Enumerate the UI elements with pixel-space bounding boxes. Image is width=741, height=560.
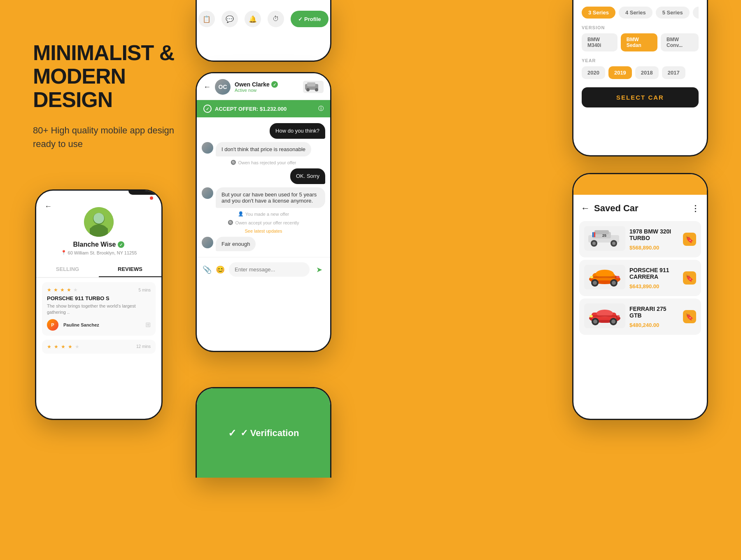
chat-back-button[interactable]: ← xyxy=(203,83,211,91)
star2-4: ★ xyxy=(68,344,74,350)
profile-tabs: SELLING REVIEWS xyxy=(36,262,161,278)
saved-car-back-button[interactable]: ← xyxy=(581,203,590,214)
svg-rect-4 xyxy=(90,228,108,237)
car-porsche-name: PORSCHE 911 CARRERA xyxy=(629,267,679,280)
svg-point-38 xyxy=(593,320,597,324)
car-porsche-price: $643,890.00 xyxy=(629,283,679,289)
message-4: But your car have been used for 5 years … xyxy=(216,187,325,208)
star2-1: ★ xyxy=(47,344,53,350)
profile-name: Blanche Wise ✓ xyxy=(73,241,125,248)
version-m340i[interactable]: BMW M340i xyxy=(582,33,618,51)
star2-3: ★ xyxy=(61,344,67,350)
svg-point-19 xyxy=(612,242,615,245)
year-2018[interactable]: 2018 xyxy=(635,66,659,79)
nav-chat-icon[interactable]: 💬 xyxy=(221,11,238,27)
tab-selling[interactable]: SELLING xyxy=(36,262,99,277)
car-card-ferrari[interactable]: FERRARI 275 GTB $480,240.00 🔖 xyxy=(579,299,701,335)
verified-badge: ✓ xyxy=(118,241,124,248)
bottom-nav: 📋 💬 🔔 ⏱ ✓ Profile xyxy=(198,11,328,27)
select-car-button[interactable]: SELECT CAR xyxy=(582,87,699,107)
chat-user-avatar: OC xyxy=(215,79,231,95)
series-3[interactable]: 3 Series xyxy=(582,7,615,19)
message-1: How do you think? xyxy=(270,123,325,139)
new-offer-icon: 👤 xyxy=(238,211,244,217)
review-card-2-stars: ★ ★ ★ ★ ★ 12 mins xyxy=(42,340,156,354)
saved-car-header-bg xyxy=(573,174,707,195)
svg-point-31 xyxy=(616,276,620,278)
chat-user-info: Owen Clarke ✓ Active now xyxy=(235,81,299,93)
emoji-icon[interactable]: 😊 xyxy=(216,265,225,274)
series-7[interactable]: 7 S xyxy=(693,7,699,19)
star-1: ★ xyxy=(47,287,53,293)
reviewer-name: Pauline Sanchez xyxy=(63,322,99,327)
bookmark-porsche[interactable]: 🔖 xyxy=(683,271,696,285)
chat-verified-badge: ✓ xyxy=(271,81,278,88)
year-2017[interactable]: 2017 xyxy=(662,66,685,79)
svg-point-41 xyxy=(590,315,593,317)
message-4-row: But your car have been used for 5 years … xyxy=(202,187,325,208)
svg-point-40 xyxy=(611,320,615,324)
review-car-title: PORSCHE 911 TURBO S xyxy=(47,295,151,301)
message-2: I don't think that price is reasonable xyxy=(216,142,311,156)
back-button[interactable]: ← xyxy=(44,202,52,211)
send-button[interactable]: ➤ xyxy=(314,263,324,276)
nav-timer-icon[interactable]: ⏱ xyxy=(268,11,284,27)
svg-point-17 xyxy=(592,242,596,245)
bookmark-bmw[interactable]: 🔖 xyxy=(683,233,696,246)
notification-dot xyxy=(150,196,153,200)
star-4: ★ xyxy=(67,287,72,293)
series-5[interactable]: 5 Series xyxy=(656,7,690,19)
system-message-2: 👤 You made a new offer xyxy=(202,211,325,217)
bookmark-ferrari[interactable]: 🔖 xyxy=(683,310,696,323)
car-bmw-price: $568,890.00 xyxy=(629,245,679,251)
message-5-row: Fair enough xyxy=(202,237,325,251)
verification-check-icon: ✓ xyxy=(228,427,236,439)
svg-rect-15 xyxy=(594,232,595,237)
version-conv[interactable]: BMW Conv... xyxy=(661,33,699,51)
year-label: YEAR xyxy=(582,58,699,63)
sender-avatar-1 xyxy=(202,142,213,154)
saved-car-menu-button[interactable]: ⋮ xyxy=(691,203,699,213)
car-card-porsche[interactable]: PORSCHE 911 CARRERA $643,890.00 🔖 xyxy=(579,260,701,296)
verification-text: ✓ Verification xyxy=(240,428,299,439)
offer-banner[interactable]: ✓ ACCEPT OFFER: $1.232.000 ⓘ xyxy=(197,100,330,117)
year-2020[interactable]: 2020 xyxy=(582,66,605,79)
car-card-porsche-info: PORSCHE 911 CARRERA $643,890.00 xyxy=(629,267,679,289)
car-ferrari-price: $480,240.00 xyxy=(629,322,679,328)
system-check-icon: 🔘 xyxy=(231,160,236,165)
chat-messages: How do you think? I don't think that pri… xyxy=(197,117,330,257)
svg-point-42 xyxy=(617,315,620,317)
version-sedan[interactable]: BMW Sedan xyxy=(621,33,657,51)
phone-notch xyxy=(128,191,161,195)
system-message-3: 🔘 Owen accept your offer recently xyxy=(202,220,325,225)
attach-icon[interactable]: 📎 xyxy=(203,265,212,274)
star2-2: ★ xyxy=(54,344,60,350)
car-card-bmw-info: 1978 BMW 320I TURBO $568,890.00 xyxy=(629,228,679,251)
nav-clipboard-icon[interactable]: 📋 xyxy=(198,11,215,27)
offer-text: ACCEPT OFFER: $1.232.000 xyxy=(215,106,287,112)
nav-profile-tab[interactable]: ✓ Profile xyxy=(291,11,328,27)
profile-address: 📍 60 William St. Brooklyn, NY 11255 xyxy=(61,250,137,255)
year-2019[interactable]: 2019 xyxy=(608,66,632,79)
phone-verification: ✓ ✓ Verification xyxy=(196,387,331,478)
offer-check-icon: ✓ xyxy=(203,105,212,113)
svg-point-29 xyxy=(612,281,616,285)
phone-chat: ← OC Owen Clarke ✓ Active now ✓ ACCEPT O… xyxy=(196,72,331,352)
profile-avatar-section: Blanche Wise ✓ 📍 60 William St. Brooklyn… xyxy=(36,207,161,255)
nav-bell-icon[interactable]: 🔔 xyxy=(245,11,261,27)
series-filter-row: 3 Series 4 Series 5 Series 7 S xyxy=(582,7,699,19)
tab-reviews[interactable]: REVIEWS xyxy=(99,262,161,277)
location-icon: 📍 xyxy=(61,250,67,255)
version-row: BMW M340i BMW Sedan BMW Conv... xyxy=(582,33,699,51)
message-input[interactable] xyxy=(229,262,310,277)
svg-rect-7 xyxy=(307,82,315,86)
series-4[interactable]: 4 Series xyxy=(619,7,652,19)
profile-avatar xyxy=(84,207,114,237)
review-time: 5 mins xyxy=(139,288,151,292)
info-icon: ⓘ xyxy=(318,105,324,112)
year-row: 2020 2019 2018 2017 xyxy=(582,66,699,79)
see-latest-updates[interactable]: See latest updates xyxy=(202,229,325,233)
svg-text:25: 25 xyxy=(602,233,606,238)
car-card-bmw[interactable]: 25 1978 BMW 320I TURBO $568,890.00 🔖 xyxy=(579,221,701,257)
accept-icon: 🔘 xyxy=(228,220,233,225)
